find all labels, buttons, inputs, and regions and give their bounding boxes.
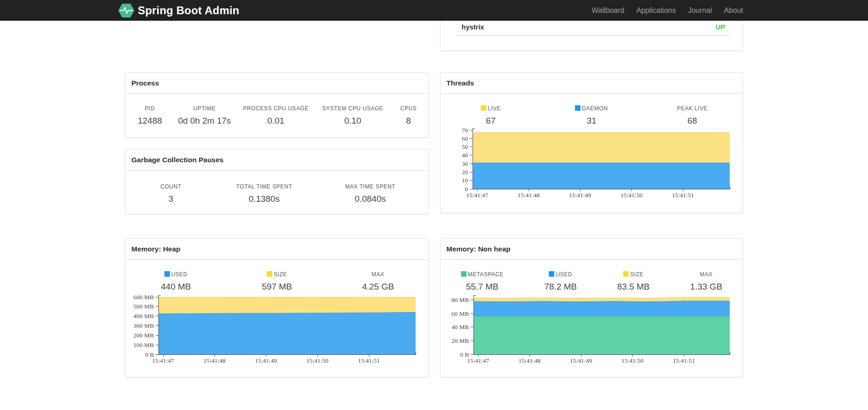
svg-text:20 MB: 20 MB — [451, 337, 469, 344]
panel-threads-heading: Threads — [440, 73, 743, 94]
panel-memory-heap: Memory: Heap USED 440 MB SIZE 597 MB MAX… — [125, 238, 429, 377]
panel-title: Threads — [446, 79, 474, 87]
nav-item-about[interactable]: About — [718, 6, 749, 15]
stat-label: PROCESS CPU USAGE — [235, 105, 317, 112]
legend-swatch — [549, 271, 554, 277]
stat-label: COUNT — [125, 183, 216, 190]
navbar: Spring Boot Admin Wallboard Applications… — [0, 0, 868, 21]
stat-heap-used: USED 440 MB — [125, 271, 226, 292]
stat-gc-total: TOTAL TIME SPENT 0.1380s — [216, 183, 312, 204]
svg-text:15:41:50: 15:41:50 — [621, 357, 643, 364]
stat-label: SIZE — [597, 271, 670, 278]
stat-label: PEAK LIVE — [642, 105, 743, 112]
stat-value: 0.10 — [317, 116, 388, 126]
stat-label: CPUS — [389, 105, 428, 112]
panel-title: Process — [131, 79, 159, 87]
stat-label: DAEMON — [541, 105, 642, 112]
svg-text:600 MB: 600 MB — [133, 294, 154, 301]
svg-text:400 MB: 400 MB — [133, 313, 154, 319]
svg-text:20: 20 — [462, 169, 468, 176]
brand-link[interactable]: Spring Boot Admin — [118, 0, 239, 21]
stat-heap-size: SIZE 597 MB — [226, 271, 327, 292]
heap-stats: USED 440 MB SIZE 597 MB MAX 4.25 GB — [125, 260, 428, 292]
svg-text:40: 40 — [462, 152, 468, 159]
stat-threads-peak: PEAK LIVE 68 — [642, 105, 743, 126]
panel-memory-nonheap: Memory: Non heap METASPACE 55.7 MB USED … — [440, 238, 743, 377]
stat-label: MAX — [327, 271, 428, 278]
stat-label: METASPACE — [440, 271, 524, 278]
nav-item-journal[interactable]: Journal — [682, 6, 718, 15]
process-stats: PID 12488 UPTIME 0d 0h 2m 17s PROCESS CP… — [125, 94, 428, 126]
stat-label: TOTAL TIME SPENT — [216, 183, 312, 190]
stat-label: UPTIME — [175, 105, 235, 112]
svg-text:70: 70 — [462, 127, 468, 134]
svg-text:15:41:48: 15:41:48 — [203, 357, 225, 364]
stat-uptime: UPTIME 0d 0h 2m 17s — [175, 105, 235, 126]
stat-label: USED — [524, 271, 597, 278]
svg-text:15:41:49: 15:41:49 — [570, 357, 592, 364]
nav-links: Wallboard Applications Journal About — [586, 0, 749, 21]
svg-text:15:41:51: 15:41:51 — [673, 357, 695, 364]
nonheap-stats: METASPACE 55.7 MB USED 78.2 MB SIZE 83.5… — [440, 260, 743, 292]
panel-heap-heading: Memory: Heap — [125, 239, 428, 260]
threads-chart: 01020304050607015:41:4715:41:4815:41:491… — [440, 125, 744, 203]
stat-value: 0.1380s — [216, 194, 312, 204]
page: hystrix UP Spring Boot Admin Wallboard A… — [0, 0, 868, 410]
legend-swatch — [461, 271, 467, 277]
stat-threads-daemon: DAEMON 31 — [541, 105, 642, 126]
panel-process-heading: Process — [125, 73, 428, 94]
stat-label: MAX — [670, 271, 743, 278]
stat-label: PID — [125, 105, 175, 112]
heap-chart: 0 B100 MB200 MB300 MB400 MB500 MB600 MB1… — [125, 290, 429, 368]
svg-text:200 MB: 200 MB — [133, 332, 154, 339]
svg-text:300 MB: 300 MB — [133, 322, 154, 329]
svg-text:15:41:48: 15:41:48 — [519, 357, 541, 364]
svg-text:80 MB: 80 MB — [451, 296, 469, 303]
panel-title: Memory: Non heap — [446, 245, 511, 253]
svg-text:15:41:48: 15:41:48 — [518, 192, 540, 199]
stat-value: 0.0840s — [312, 194, 428, 204]
svg-text:15:41:49: 15:41:49 — [255, 357, 277, 364]
stat-process-cpu: PROCESS CPU USAGE 0.01 — [235, 105, 317, 126]
legend-swatch — [164, 271, 170, 277]
stat-nonheap-max: MAX 1.33 GB — [670, 271, 743, 292]
nonheap-chart: 0 B20 MB40 MB60 MB80 MB15:41:4715:41:481… — [440, 290, 744, 368]
svg-text:15:41:47: 15:41:47 — [466, 192, 488, 199]
panel-title: Garbage Collection Pauses — [131, 156, 224, 164]
svg-text:15:41:50: 15:41:50 — [306, 357, 328, 364]
stat-value: 0.01 — [235, 116, 317, 126]
svg-text:15:41:49: 15:41:49 — [569, 192, 591, 199]
legend-swatch — [481, 105, 486, 111]
stat-value: 12488 — [125, 116, 175, 126]
panel-gc-heading: Garbage Collection Pauses — [125, 149, 428, 171]
svg-text:60: 60 — [462, 135, 468, 142]
legend-swatch — [575, 105, 581, 111]
brand-title: Spring Boot Admin — [138, 4, 239, 17]
svg-text:15:41:47: 15:41:47 — [152, 357, 174, 364]
gc-stats: COUNT 3 TOTAL TIME SPENT 0.1380s MAX TIM… — [125, 171, 428, 204]
stat-nonheap-size: SIZE 83.5 MB — [597, 271, 670, 292]
nav-item-wallboard[interactable]: Wallboard — [586, 6, 630, 15]
svg-text:60 MB: 60 MB — [451, 310, 469, 317]
svg-text:50: 50 — [462, 143, 468, 150]
panel-nonheap-heading: Memory: Non heap — [440, 239, 743, 260]
stat-nonheap-used: USED 78.2 MB — [524, 271, 597, 292]
stat-value: 0d 0h 2m 17s — [175, 116, 235, 126]
stat-label: LIVE — [440, 105, 541, 112]
stat-label: SYSTEM CPU USAGE — [317, 105, 388, 112]
panel-title: Memory: Heap — [131, 245, 180, 253]
svg-text:30: 30 — [462, 160, 468, 167]
nav-item-applications[interactable]: Applications — [630, 6, 682, 15]
health-item-name: hystrix — [462, 23, 484, 31]
svg-text:15:41:51: 15:41:51 — [672, 192, 694, 199]
stat-value: 8 — [389, 116, 428, 126]
svg-text:15:41:51: 15:41:51 — [358, 357, 380, 364]
legend-swatch — [267, 271, 272, 277]
stat-gc-max: MAX TIME SPENT 0.0840s — [312, 183, 428, 204]
stat-value: 3 — [125, 194, 216, 204]
stat-label: SIZE — [226, 271, 327, 278]
stat-heap-max: MAX 4.25 GB — [327, 271, 428, 292]
status-badge: UP — [716, 23, 725, 31]
svg-text:15:41:50: 15:41:50 — [620, 192, 643, 199]
panel-threads: Threads LIVE 67 DAEMON 31 PEAK LIVE 68 0… — [440, 72, 743, 213]
